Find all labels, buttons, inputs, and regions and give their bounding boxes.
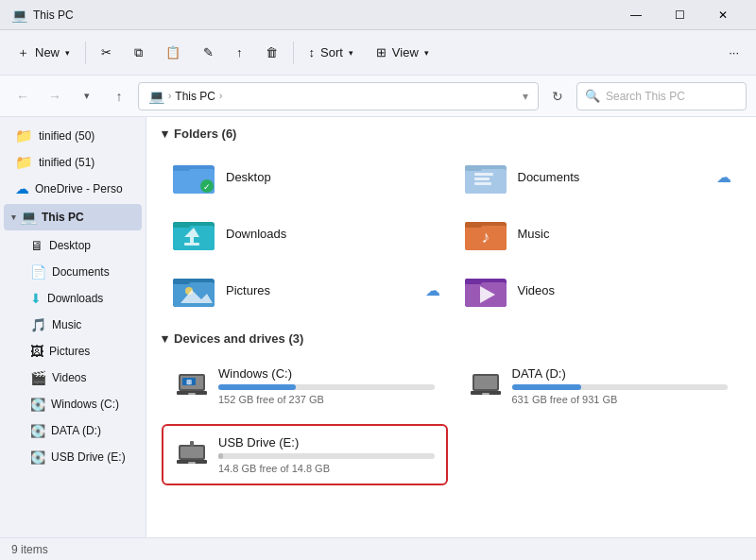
sidebar-item-downloads[interactable]: ⬇ Downloads <box>4 285 142 312</box>
sidebar-item-label: OneDrive - Perso <box>35 182 123 195</box>
folder-desktop-icon-wrap: ✓ <box>171 158 216 195</box>
folder-music-label: Music <box>518 227 550 241</box>
share-button[interactable]: ↑ <box>227 36 252 70</box>
svg-rect-7 <box>465 165 482 171</box>
folders-section-header[interactable]: ▾ Folders (6) <box>162 127 741 141</box>
sidebar-item-label: DATA (D:) <box>51 424 101 437</box>
drive-d-name: DATA (D:) <box>512 366 729 381</box>
close-button[interactable]: ✕ <box>701 0 745 30</box>
drive-d-bar-fill <box>512 384 581 390</box>
sidebar-item-desktop[interactable]: 🖥 Desktop <box>4 232 142 259</box>
cut-button[interactable]: ✂ <box>92 36 121 70</box>
drive-e-name: USB Drive (E:) <box>218 435 435 450</box>
folder-item-videos[interactable]: Videos <box>454 263 742 316</box>
sidebar-item-music[interactable]: 🎵 Music <box>4 312 142 338</box>
copy-button[interactable]: ⧉ <box>125 36 152 70</box>
delete-icon: 🗑 <box>266 45 278 59</box>
delete-button[interactable]: 🗑 <box>256 36 287 70</box>
svg-rect-13 <box>173 222 190 228</box>
sidebar-item-data-d[interactable]: 💽 DATA (D:) <box>4 417 142 444</box>
svg-rect-10 <box>474 182 491 185</box>
sort-icon: ↕ <box>309 45 316 59</box>
path-separator-1: › <box>168 91 171 101</box>
drive-c-icon: ⊞ <box>175 366 209 400</box>
folder-downloads-icon <box>173 216 215 250</box>
folder-item-downloads[interactable]: Downloads <box>162 207 450 260</box>
new-button[interactable]: ＋ New ▾ <box>8 36 79 70</box>
toolbar: ＋ New ▾ ✂ ⧉ 📋 ✎ ↑ 🗑 ↕ Sort ▾ ⊞ View ▾ ··… <box>0 30 756 76</box>
svg-rect-15 <box>184 243 199 246</box>
folders-section-label: Folders (6) <box>174 127 236 141</box>
drive-e-bar-fill <box>218 453 223 459</box>
minimize-button[interactable]: — <box>614 0 658 30</box>
more-button[interactable]: ··· <box>719 36 748 70</box>
window-title: This PC <box>33 8 74 22</box>
svg-rect-2 <box>173 165 190 171</box>
svg-rect-9 <box>474 178 490 180</box>
sort-button[interactable]: ↕ Sort ▾ <box>300 36 363 70</box>
new-chevron-icon: ▾ <box>65 48 70 58</box>
folders-chevron-icon: ▾ <box>162 127 168 141</box>
more-icon: ··· <box>729 45 739 59</box>
folder-videos-icon-wrap <box>463 271 508 309</box>
recent-button[interactable]: ▾ <box>74 83 100 110</box>
svg-rect-8 <box>474 173 493 176</box>
sidebar-item-usb-e[interactable]: 💽 USB Drive (E:) <box>4 444 142 470</box>
svg-rect-38 <box>482 393 490 395</box>
folder-item-desktop[interactable]: ✓ Desktop <box>162 150 450 203</box>
drive-c-bar <box>218 384 435 390</box>
forward-button[interactable]: → <box>42 83 68 110</box>
drive-c-bar-fill <box>218 384 296 390</box>
folder-downloads-label: Downloads <box>226 227 286 241</box>
folder-item-music[interactable]: ♪ Music <box>454 207 742 260</box>
address-path[interactable]: 💻 › This PC › ▾ <box>138 82 539 110</box>
rename-icon: ✎ <box>203 45 214 59</box>
sidebar-item-label: Documents <box>52 265 110 279</box>
drives-section-header[interactable]: ▾ Devices and drives (3) <box>162 331 741 346</box>
folder-item-pictures[interactable]: Pictures ☁ <box>162 263 450 316</box>
sidebar-item-windows-c[interactable]: 💽 Windows (C:) <box>4 391 142 417</box>
sidebar-item-videos[interactable]: 🎬 Videos <box>4 365 142 391</box>
new-icon: ＋ <box>17 44 29 61</box>
folder-music-icon: ♪ <box>465 216 507 250</box>
sidebar-item-label: tinified (50) <box>39 129 94 143</box>
folder-item-documents[interactable]: Documents ☁ <box>454 150 742 203</box>
folder-downloads-icon-wrap <box>171 214 216 252</box>
svg-rect-43 <box>190 441 194 447</box>
folders-grid: ✓ Desktop Documents <box>162 150 741 316</box>
rename-button[interactable]: ✎ <box>194 36 223 70</box>
back-button[interactable]: ← <box>9 83 36 110</box>
drive-item-c[interactable]: ⊞ Windows (C:) 152 GB free of 237 GB <box>162 355 448 416</box>
sidebar-item-pinned1[interactable]: 📁 tinified (50) <box>4 123 142 149</box>
path-expand-icon[interactable]: ▾ <box>523 90 528 103</box>
folder-documents-icon <box>465 160 507 194</box>
view-button[interactable]: ⊞ View ▾ <box>367 36 438 70</box>
cloud-documents-icon: ☁ <box>716 168 731 186</box>
downloads-icon: ⬇ <box>30 291 42 306</box>
search-box[interactable]: 🔍 Search This PC <box>576 82 747 110</box>
up-button[interactable]: ↑ <box>106 83 132 110</box>
sidebar-item-onedrive[interactable]: ☁ OneDrive - Perso <box>4 176 142 202</box>
maximize-button[interactable]: ☐ <box>658 0 701 30</box>
sidebar-item-pictures[interactable]: 🖼 Pictures <box>4 338 142 365</box>
path-separator-2: › <box>219 91 222 101</box>
sidebar-item-pinned2[interactable]: 📁 tinified (51) <box>4 149 142 176</box>
title-bar-controls: — ☐ ✕ <box>614 0 745 30</box>
drives-chevron-icon: ▾ <box>162 331 168 346</box>
sort-label: Sort <box>320 45 343 59</box>
drives-grid: ⊞ Windows (C:) 152 GB free of 237 GB <box>162 355 741 485</box>
sidebar-item-documents[interactable]: 📄 Documents <box>4 259 142 285</box>
svg-rect-22 <box>173 279 190 284</box>
refresh-button[interactable]: ↻ <box>544 83 571 110</box>
drive-item-d[interactable]: DATA (D:) 631 GB free of 931 GB <box>455 355 742 416</box>
paste-button[interactable]: 📋 <box>156 36 190 70</box>
drive-item-e[interactable]: USB Drive (E:) 14.8 GB free of 14.8 GB <box>162 424 448 485</box>
svg-rect-42 <box>188 462 196 464</box>
folder-documents-icon-wrap <box>463 158 508 195</box>
drives-section-label: Devices and drives (3) <box>174 331 303 346</box>
drive-c-info: Windows (C:) 152 GB free of 237 GB <box>218 366 435 405</box>
folder-desktop-icon: ✓ <box>173 160 215 194</box>
desktop-icon: 🖥 <box>30 238 43 253</box>
folder-yellow2-icon: 📁 <box>15 154 33 171</box>
sidebar-item-thispc[interactable]: ▾ 💻 This PC <box>4 204 142 230</box>
